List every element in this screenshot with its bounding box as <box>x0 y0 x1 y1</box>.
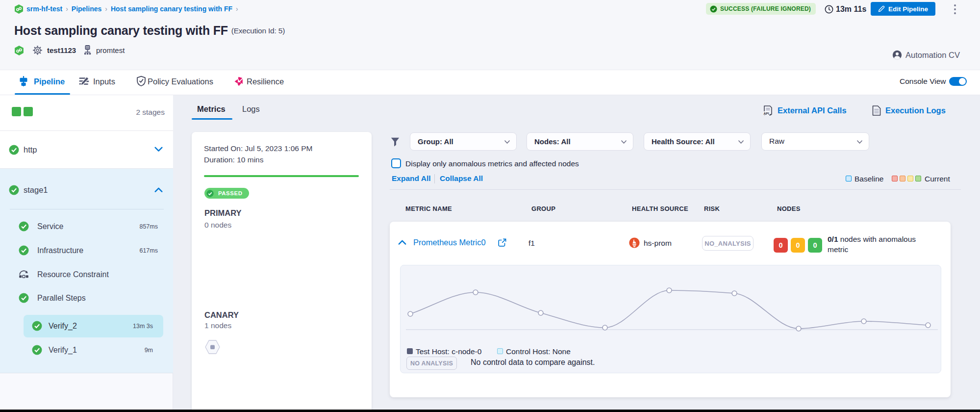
svg-text:API: API <box>764 112 769 115</box>
